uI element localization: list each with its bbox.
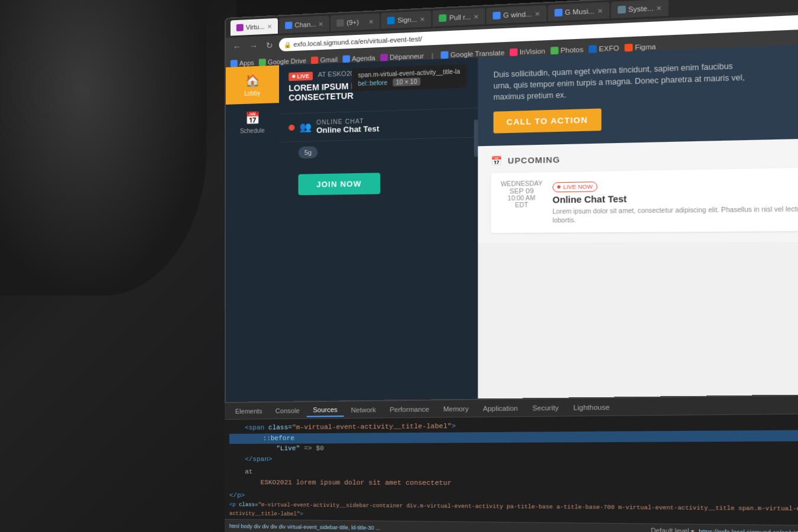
devtools-code-area: <span class="m-virtual-event-activity__t…	[225, 414, 798, 528]
back-button[interactable]: ←	[231, 41, 244, 53]
tab-label-syste: Syste...	[628, 4, 654, 13]
tab-musi[interactable]: G Musi... ✕	[547, 2, 609, 21]
live-now-dot-0	[557, 185, 561, 188]
online-chat-row: 👥 ONLINE CHAT Online Chat Test	[279, 108, 478, 142]
bookmark-icon-depanneur	[380, 54, 388, 61]
code-line-5: at	[229, 467, 798, 479]
hero-section: Duis sollicitudin, quam eget viverra tin…	[478, 43, 798, 147]
url-text: exfo.local.sigmund.ca/en/virtual-event-t…	[293, 35, 421, 48]
tab-label-sign: Sign...	[397, 15, 417, 24]
tab-icon-sign	[387, 17, 395, 24]
event-date-0: WEDNESDAY SEP 09 10:00 AM EDT	[499, 180, 545, 225]
tooltip-size: 10 × 10	[393, 77, 420, 86]
devtools-tab-lighthouse[interactable]: Lighthouse	[567, 400, 617, 413]
tab-icon-musi	[554, 9, 563, 17]
devtools-tab-performance-label: Performance	[390, 405, 429, 413]
tab-virtual[interactable]: Virtu... ✕	[231, 18, 278, 36]
hero-description: Duis sollicitudin, quam eget viverra tin…	[494, 60, 752, 103]
devtools-page-url: https://exfo.local.sigmund.ca/en/virtual…	[699, 528, 798, 532]
ambient-dark-left	[0, 0, 236, 532]
tab-close-musi[interactable]: ✕	[597, 7, 602, 14]
cta-button[interactable]: CALL TO ACTION	[494, 108, 601, 133]
person-silhouette	[0, 0, 207, 296]
tab-chan[interactable]: Chan... ✕	[279, 15, 329, 33]
forward-button[interactable]: →	[247, 40, 260, 52]
tab-close-notif[interactable]: ✕	[369, 18, 374, 25]
tab-close-chan[interactable]: ✕	[319, 21, 323, 28]
tab-label-notif: (9+)	[346, 18, 359, 26]
code-line-4: </span>	[229, 453, 798, 465]
devtools-tab-memory[interactable]: Memory	[437, 402, 475, 415]
tab-label-chan: Chan...	[294, 21, 316, 29]
event-month-day-0: SEP 09	[499, 187, 545, 195]
chat-people-icon: 👥	[300, 121, 312, 133]
tab-pull[interactable]: Pull r... ✕	[433, 8, 485, 27]
sidebar-label-lobby: Lobby	[244, 90, 260, 97]
event-description-0: Lorem ipsum dolor sit amet, consectetur …	[553, 204, 798, 225]
devtools-tab-console-label: Console	[275, 407, 300, 414]
tab-close-pull[interactable]: ✕	[473, 13, 479, 20]
tab-label-musi: G Musi...	[565, 7, 595, 16]
tab-icon-syste	[617, 6, 625, 14]
chat-info: ONLINE CHAT Online Chat Test	[316, 117, 379, 135]
tab-sign[interactable]: Sign... ✕	[381, 11, 432, 29]
tab-notif[interactable]: (9+) ✕	[330, 13, 379, 31]
devtools-tab-performance[interactable]: Performance	[384, 403, 436, 416]
tab-label-virtual: Virtu...	[246, 23, 265, 31]
devtools-tab-elements[interactable]: Elements	[229, 405, 268, 417]
event-row-0: WEDNESDAY SEP 09 10:00 AM EDT LIVE NOW	[491, 167, 798, 233]
tab-close-virtual[interactable]: ✕	[267, 23, 272, 30]
devtools-tab-console[interactable]: Console	[270, 404, 306, 417]
code-line-3: "Live" => $0	[229, 441, 798, 454]
devtools-tab-memory-label: Memory	[443, 405, 469, 413]
tab-icon-wind	[493, 12, 501, 20]
devtools-tab-application[interactable]: Application	[476, 401, 524, 414]
devtools-tab-security[interactable]: Security	[525, 401, 565, 414]
bookmark-icon-exfo	[589, 45, 597, 53]
tab-wind[interactable]: G wind... ✕	[486, 5, 546, 24]
bookmark-icon-translate	[441, 51, 449, 59]
tab-label-pull: Pull r...	[449, 13, 471, 21]
devtools-tab-network-label: Network	[351, 406, 376, 413]
tab-syste[interactable]: Syste... ✕	[611, 0, 669, 18]
devtools-tab-network[interactable]: Network	[345, 403, 382, 416]
tab-close-sign[interactable]: ✕	[420, 15, 426, 22]
live-dot	[292, 75, 295, 78]
live-badge: LIVE	[288, 72, 313, 81]
event-time-0: 10:00 AM	[499, 194, 545, 202]
bookmark-icon-gmail	[311, 57, 318, 64]
devtools-default-level[interactable]: Default level ▾	[651, 527, 695, 532]
live-badge-text: LIVE	[297, 73, 309, 79]
bookmark-icon-invision	[510, 48, 517, 56]
refresh-button[interactable]: ↻	[264, 39, 275, 51]
devtools-tab-sources-label: Sources	[313, 406, 338, 413]
tab-icon-pull	[439, 14, 447, 22]
tab-icon-virtual	[236, 24, 244, 31]
element-tooltip: span.m-virtual-event-activity__title-la …	[352, 64, 466, 91]
bookmark-icon-photos	[550, 47, 558, 54]
join-now-button[interactable]: JOIN NOW	[299, 173, 381, 195]
online-dot	[288, 124, 294, 130]
bookmark-icon-drive	[259, 59, 266, 66]
live-now-badge-0: LIVE NOW	[553, 181, 598, 192]
countdown-badge: 5g	[299, 146, 318, 158]
lock-icon: 🔒	[284, 41, 291, 48]
bookmark-label-apps: Apps	[239, 59, 254, 67]
devtools-tab-elements-label: Elements	[235, 407, 262, 415]
upcoming-header: 📅 UPCOMING	[491, 148, 798, 166]
tab-close-syste[interactable]: ✕	[656, 4, 661, 11]
bookmark-icon-agenda	[343, 55, 350, 63]
tooltip-selector-text: bel::before	[358, 79, 388, 87]
join-button-container: JOIN NOW	[279, 166, 478, 207]
event-title-0: Online Chat Test	[553, 191, 798, 205]
upcoming-calendar-icon: 📅	[491, 155, 502, 166]
sidebar-label-schedule: Schedule	[240, 127, 265, 134]
tab-close-wind[interactable]: ✕	[534, 10, 540, 17]
devtools-tab-lighthouse-label: Lighthouse	[573, 403, 609, 411]
devtools-dom-path: html body div div div div virtual-event_…	[229, 523, 381, 531]
bookmark-icon-figma	[625, 44, 633, 52]
devtools-tab-sources[interactable]: Sources	[307, 403, 343, 417]
calendar-icon: 📅	[245, 111, 259, 125]
sidebar-item-lobby[interactable]: 🏠 Lobby	[226, 65, 279, 105]
sidebar-item-schedule[interactable]: 📅 Schedule	[226, 103, 279, 142]
